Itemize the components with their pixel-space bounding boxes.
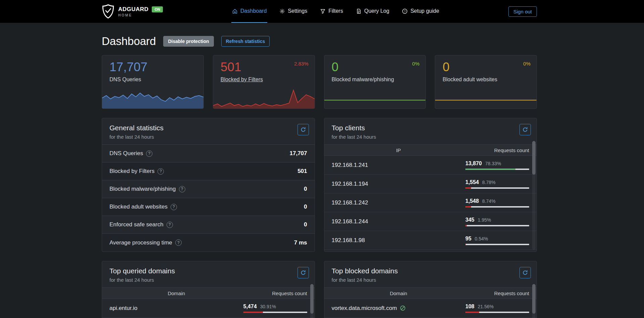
client-ip[interactable]: 192.168.1.98 [332,237,466,244]
help-icon[interactable]: ? [157,168,164,175]
help-icon[interactable]: ? [146,150,152,157]
column-header-requests: Requests count [465,147,529,153]
card-subtitle: for the last 24 hours [332,134,530,140]
card-subtitle: for the last 24 hours [109,277,307,283]
table-row: 192.168.1.241 13,87078.33% [324,156,537,175]
refresh-button[interactable] [519,267,531,278]
client-ip[interactable]: 192.168.1.242 [332,199,466,206]
nav-item-label: Settings [288,8,307,14]
brand-sub: HOME [118,13,163,17]
domain[interactable]: api.entur.io [109,305,243,312]
blocked-malware-percent: 0% [412,61,420,66]
stat-row: Enforced safe search? 0 [102,216,315,234]
progress-bar [243,312,307,313]
nav-item-label: Query Log [364,8,389,14]
top-queried-domains-card: Top queried domains for the last 24 hour… [102,261,315,318]
card-subtitle: for the last 24 hours [109,134,307,140]
card-title: Top blocked domains [332,267,530,275]
refresh-icon [301,270,306,275]
blocked-adult-card: 0 Blocked adult websites 0% [435,55,537,109]
help-icon[interactable]: ? [171,204,177,210]
stat-row: Blocked malware/phishing? 0 [102,180,315,198]
stat-row: Average processing time? 7 ms [102,234,315,252]
progress-bar [465,206,529,208]
help-icon[interactable]: ? [167,222,173,228]
stat-row: Blocked adult websites? 0 [102,198,315,216]
tab-setup-guide[interactable]: ? Setup guide [401,0,440,23]
scrollbar-thumb[interactable] [310,284,314,314]
request-percent: 21.56% [478,304,494,309]
stat-label: Blocked adult websites [109,203,168,210]
scrollbar-track [532,141,536,250]
progress-bar [465,169,529,170]
blocked-by-filters-link[interactable]: Blocked by Filters [221,74,263,83]
blocked-by-filters-sparkline [213,88,315,108]
dashboard-icon [232,8,238,14]
top-blocked-domains-table: vortex.data.microsoft.com 10821.56% [324,299,537,318]
top-clients-table: 192.168.1.241 13,87078.33% 192.168.1.194… [324,156,537,250]
table-row: 192.168.1.244 3451.95% [324,212,537,231]
tab-filters[interactable]: Filters [319,0,344,23]
top-clients-card: Top clients for the last 24 hours IP Req… [324,118,537,252]
nav-item-label: Setup guide [410,8,439,14]
refresh-button[interactable] [519,124,531,135]
help-icon[interactable]: ? [175,239,182,246]
gear-icon [279,8,285,14]
client-ip[interactable]: 192.168.1.244 [332,218,466,225]
dns-queries-card: 17,707 DNS Queries [102,55,204,109]
dns-queries-sparkline [102,88,203,108]
disable-protection-button[interactable]: Disable protection [163,36,214,47]
brand[interactable]: ADGUARD ON HOME [102,4,163,19]
brand-name: ADGUARD [118,6,148,13]
stat-value: 7 ms [294,239,307,246]
refresh-statistics-button[interactable]: Refresh statistics [221,36,270,47]
tab-settings[interactable]: Settings [279,0,308,23]
blocked-by-filters-percent: 2.83% [294,61,309,66]
tab-dashboard[interactable]: Dashboard [231,0,267,23]
tracker-blocked-icon [400,305,406,311]
client-ip[interactable]: 192.168.1.241 [332,162,466,169]
column-header-domain: Domain [109,290,243,296]
top-queried-domains-table: api.entur.io 5,47430.91% [102,299,315,318]
blocked-adult-sparkline [435,88,537,108]
refresh-icon [522,270,528,275]
client-ip[interactable]: 192.168.1.194 [332,181,466,187]
general-statistics-table: DNS Queries? 17,707 Blocked by Filters? … [102,144,315,252]
progress-bar [465,244,529,245]
protection-status-badge: ON [152,6,163,12]
scrollbar-thumb[interactable] [532,141,536,175]
table-row: 192.168.1.194 1,5548.78% [324,175,537,193]
stat-value: 0 [304,186,307,192]
scrollbar-track [310,284,314,318]
refresh-button[interactable] [297,124,309,135]
blocked-malware-label: Blocked malware/phishing [324,74,394,83]
card-title: Top queried domains [109,267,307,275]
scrollbar-track [532,284,536,318]
request-percent: 0.54% [475,236,488,241]
query-log-icon [356,8,362,14]
dns-queries-label: DNS Queries [102,74,141,83]
progress-bar [465,187,529,189]
refresh-button[interactable] [297,267,309,278]
request-percent: 8.74% [482,198,496,204]
request-count: 1,554 [465,179,479,185]
blocked-adult-percent: 0% [523,61,531,66]
request-count: 95 [465,236,471,242]
stat-cards: 17,707 DNS Queries 501 Blocked by Filter… [102,55,537,109]
column-header-requests: Requests count [243,290,307,296]
sign-out-button[interactable]: Sign out [508,6,537,17]
stat-row: Blocked by Filters? 501 [102,163,315,180]
dns-queries-value: 17,707 [102,55,203,74]
svg-text:?: ? [404,9,406,13]
scrollbar-thumb[interactable] [532,284,536,314]
help-icon[interactable]: ? [179,186,185,192]
table-header: Domain Requests count [102,287,315,299]
tab-query-log[interactable]: Query Log [355,0,390,23]
request-count: 5,474 [243,304,257,310]
card-subtitle: for the last 24 hours [332,277,530,283]
table-row: api.entur.io 5,47430.91% [102,299,315,318]
stat-label: DNS Queries [109,150,143,157]
navbar: ADGUARD ON HOME Dashboard [0,0,644,23]
domain[interactable]: vortex.data.microsoft.com [332,305,397,312]
column-header-requests: Requests count [465,290,529,296]
